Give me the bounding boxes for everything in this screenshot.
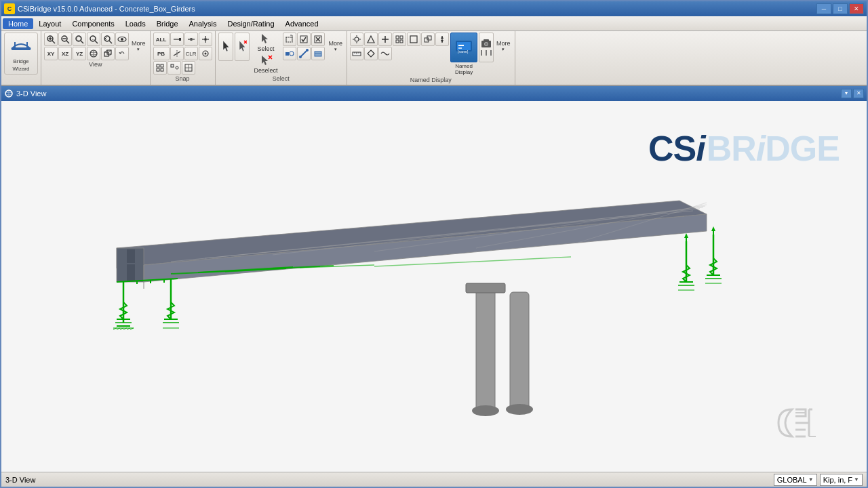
menu-loads[interactable]: Loads: [120, 18, 151, 29]
view-rotate-button[interactable]: [115, 47, 129, 60]
3d-view-button[interactable]: [87, 47, 100, 60]
maximize-button[interactable]: □: [833, 3, 848, 14]
svg-line-59: [300, 50, 307, 57]
snap-pb-button[interactable]: PB: [153, 47, 170, 60]
xz-view-button[interactable]: XZ: [58, 47, 72, 60]
display-triangle-button[interactable]: [364, 33, 378, 46]
snap-mid-button[interactable]: [184, 33, 198, 46]
svg-rect-143: [510, 292, 529, 411]
deselect-button[interactable]: Deselect: [252, 54, 280, 75]
view-section-label: View: [89, 61, 102, 68]
select-more-button[interactable]: More ▾: [328, 33, 344, 60]
snap-4-button[interactable]: [167, 61, 181, 75]
bridge-wizard-section: Bridge Wizard: [1, 31, 41, 85]
display-square-button[interactable]: [407, 33, 420, 46]
zoom-in-button[interactable]: [44, 33, 58, 46]
xy-view-button[interactable]: XY: [44, 47, 58, 60]
display-arrow-button[interactable]: [435, 33, 449, 46]
coordinate-system-value: GLOBAL: [777, 476, 807, 484]
svg-rect-12: [77, 37, 81, 41]
svg-rect-43: [171, 64, 174, 67]
snap-circ-button[interactable]: [199, 47, 212, 60]
panel-dropdown-button[interactable]: ▾: [841, 89, 852, 98]
svg-point-44: [176, 66, 178, 69]
sel-area-button[interactable]: [311, 47, 325, 60]
menu-bridge[interactable]: Bridge: [151, 18, 184, 29]
snap-int-button[interactable]: [199, 33, 212, 46]
display-section-label: Named Display: [410, 77, 452, 83]
svg-point-64: [355, 37, 359, 41]
display-more-button[interactable]: More ▾: [495, 33, 512, 60]
named-display-button[interactable]: [name]: [450, 33, 477, 62]
csibridge-logo: C S i B R i D G E: [648, 128, 840, 169]
menu-bar: Home Layout Components Loads Bridge Anal…: [1, 16, 867, 31]
zoom-window-button[interactable]: [73, 33, 86, 46]
sel-check-button[interactable]: [297, 33, 311, 46]
svg-point-38: [204, 53, 206, 55]
menu-design-rating[interactable]: Design/Rating: [222, 18, 280, 29]
snap-5-button[interactable]: [182, 61, 195, 75]
svg-rect-113: [127, 264, 135, 281]
display-wave-button[interactable]: [378, 47, 392, 60]
bridge-wizard-icon: [10, 35, 32, 57]
display-plus-button[interactable]: [378, 33, 392, 46]
camera-button[interactable]: [479, 33, 494, 62]
zoom-out-button[interactable]: [58, 33, 72, 46]
svg-rect-29: [179, 38, 181, 41]
select-button[interactable]: Select: [252, 33, 280, 53]
svg-point-94: [485, 43, 488, 45]
zoom-prev-button[interactable]: [101, 33, 115, 46]
svg-line-141: [476, 257, 571, 262]
svg-rect-90: [458, 47, 462, 49]
svg-line-4: [52, 41, 55, 43]
snap-all-button[interactable]: ALL: [153, 33, 170, 46]
snap-clr-button[interactable]: CLR: [184, 47, 198, 60]
svg-rect-52: [286, 37, 292, 42]
coordinate-system-dropdown[interactable]: GLOBAL ▼: [774, 474, 817, 486]
svg-rect-112: [127, 249, 135, 263]
unit-system-dropdown[interactable]: Kip, in, F ▼: [820, 474, 863, 486]
title-bar-buttons: ─ □ ✕: [816, 3, 864, 14]
view-content: C S i B R i D G E: [1, 101, 867, 472]
display-section: [name] NamedDisplay More ▾ Named Display: [347, 31, 515, 85]
snap-grid-button[interactable]: [153, 61, 167, 75]
svg-text:↔: ↔: [92, 37, 96, 41]
close-button[interactable]: ✕: [849, 3, 864, 14]
sel-rect-button[interactable]: [283, 33, 296, 46]
view-more-button[interactable]: More ▾: [130, 33, 147, 60]
display-grid-button[interactable]: [393, 33, 406, 46]
svg-rect-142: [476, 289, 495, 411]
deselect-pointer-button[interactable]: [235, 33, 250, 61]
menu-components[interactable]: Components: [66, 18, 119, 29]
menu-home[interactable]: Home: [3, 18, 33, 29]
snap-proj-button[interactable]: [170, 47, 184, 60]
csi-watermark: [772, 403, 826, 445]
panel-title: 3-D View: [16, 89, 46, 98]
view-section: ↔ XY XZ: [41, 31, 151, 85]
svg-rect-75: [400, 40, 403, 43]
svg-rect-41: [157, 68, 159, 71]
yz-view-button[interactable]: YZ: [73, 47, 86, 60]
snap-section: ALL PB: [151, 31, 216, 85]
display-diamond-button[interactable]: [364, 47, 378, 60]
display-ruler-button[interactable]: [350, 47, 363, 60]
sel-frame-button[interactable]: [297, 47, 311, 60]
menu-advanced[interactable]: Advanced: [280, 18, 324, 29]
zoom-fit-button[interactable]: ↔: [87, 33, 100, 46]
bridge-wizard-button[interactable]: Bridge Wizard: [4, 33, 38, 75]
perspective-button[interactable]: [101, 47, 115, 60]
panel-titlebar: 3-D View ▾ ✕: [1, 86, 867, 101]
minimize-button[interactable]: ─: [816, 3, 831, 14]
menu-analysis[interactable]: Analysis: [184, 18, 222, 29]
panel-close-button[interactable]: ✕: [853, 89, 864, 98]
svg-point-58: [290, 52, 294, 56]
sel-x-button[interactable]: [311, 33, 325, 46]
eye-button[interactable]: [115, 33, 129, 46]
display-point-button[interactable]: [350, 33, 363, 46]
menu-layout[interactable]: Layout: [33, 18, 66, 29]
display-persp-button[interactable]: [421, 33, 435, 46]
sel-node-button[interactable]: [283, 47, 296, 60]
select-pointer-button[interactable]: [218, 33, 233, 61]
snap-end-button[interactable]: [170, 33, 184, 46]
snap-section-label: Snap: [176, 75, 190, 82]
